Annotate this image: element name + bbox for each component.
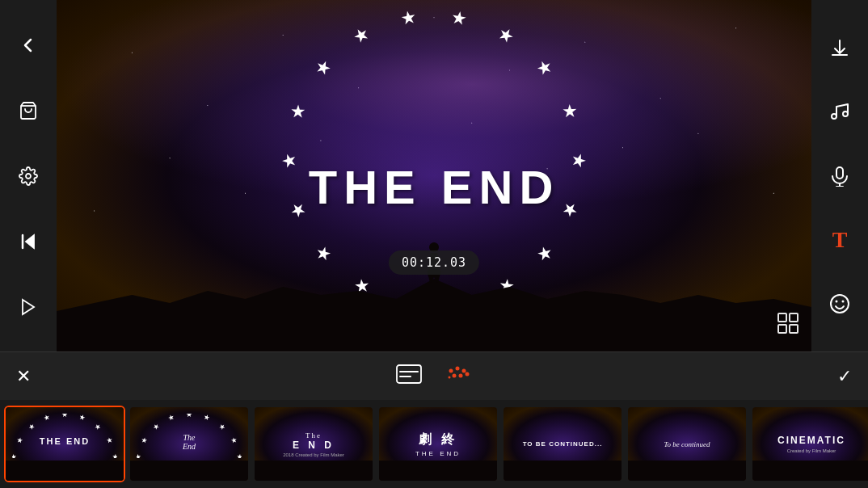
left-toolbar — [0, 0, 57, 351]
svg-text:★: ★ — [533, 241, 558, 266]
play-button[interactable] — [12, 291, 44, 323]
svg-text:★: ★ — [139, 435, 150, 445]
svg-text:★: ★ — [151, 421, 162, 431]
confirm-button[interactable]: ✓ — [837, 366, 852, 387]
svg-point-38 — [456, 366, 460, 370]
svg-rect-24 — [790, 325, 798, 333]
svg-text:★: ★ — [310, 241, 335, 266]
download-button[interactable] — [824, 32, 856, 65]
svg-text:★: ★ — [78, 414, 86, 423]
skip-back-icon[interactable] — [12, 225, 44, 258]
svg-text:★: ★ — [202, 414, 211, 423]
svg-marker-4 — [23, 300, 34, 314]
svg-marker-2 — [26, 235, 34, 248]
svg-text:★: ★ — [569, 153, 588, 169]
back-button[interactable] — [12, 29, 44, 61]
svg-text:★: ★ — [27, 421, 37, 431]
svg-rect-21 — [778, 313, 786, 322]
mic-icon[interactable] — [824, 160, 856, 192]
bag-icon[interactable] — [12, 95, 44, 127]
close-button[interactable]: ✕ — [16, 366, 31, 387]
text-icon[interactable]: T — [824, 224, 856, 256]
svg-text:★: ★ — [310, 54, 335, 79]
bottom-tabs — [396, 364, 472, 389]
svg-text:★: ★ — [235, 453, 242, 458]
svg-rect-22 — [790, 313, 798, 322]
svg-text:End: End — [182, 442, 196, 451]
svg-text:★: ★ — [61, 414, 68, 419]
svg-point-32 — [836, 300, 838, 302]
video-canvas: ★ ★ ★ ★ ★ ★ ★ ★ ★ ★ ★ ★ ★ ★ — [57, 0, 811, 351]
svg-point-31 — [831, 295, 849, 313]
svg-text:★: ★ — [449, 7, 469, 29]
svg-point-27 — [843, 111, 848, 116]
time-indicator: 00:12.03 — [389, 250, 479, 275]
svg-point-43 — [449, 376, 451, 378]
text-icon-label: T — [832, 227, 848, 253]
svg-text:The: The — [183, 433, 196, 442]
the-end-title: THE END — [309, 159, 560, 213]
thumbnail-7[interactable]: CINEMATIC Created by Film Maker — [751, 406, 868, 482]
cinematic-label: CINEMATIC — [777, 435, 845, 446]
svg-text:★: ★ — [217, 421, 228, 431]
svg-point-39 — [462, 368, 466, 372]
svg-text:★: ★ — [558, 199, 583, 221]
svg-text:★: ★ — [229, 435, 239, 445]
svg-text:★: ★ — [558, 99, 583, 121]
tab-effects[interactable] — [446, 364, 472, 389]
svg-text:★: ★ — [495, 22, 519, 48]
svg-text:★: ★ — [167, 414, 176, 423]
thumbnail-5[interactable]: TO BE CONTINUED... — [502, 406, 623, 482]
svg-text:★: ★ — [349, 22, 373, 48]
thumbnail-6[interactable]: To be continued — [626, 406, 748, 482]
svg-point-26 — [832, 114, 836, 119]
svg-text:★: ★ — [533, 54, 558, 79]
svg-point-37 — [449, 368, 453, 372]
svg-text:★: ★ — [93, 421, 103, 431]
thumbnail-3[interactable]: The E N D 2018 Created by Film Maker — [253, 406, 374, 482]
svg-point-1 — [26, 174, 31, 179]
thumbnail-4[interactable]: 劇 終 THE END — [377, 406, 499, 482]
svg-text:★: ★ — [285, 199, 310, 221]
main-area: ★ ★ ★ ★ ★ ★ ★ ★ ★ ★ ★ ★ ★ ★ — [0, 0, 868, 351]
svg-text:★: ★ — [111, 453, 117, 458]
svg-point-40 — [453, 373, 457, 377]
expand-icon[interactable] — [777, 312, 799, 339]
svg-text:★: ★ — [399, 7, 419, 29]
svg-text:★: ★ — [12, 453, 19, 458]
svg-rect-34 — [397, 365, 421, 383]
cinematic-sub: Created by Film Maker — [787, 448, 836, 453]
music-icon[interactable] — [824, 96, 856, 128]
thumbnail-2[interactable]: ★ ★ ★ ★ ★ ★ ★ ★ ★ The End — [129, 406, 250, 482]
svg-text:★: ★ — [280, 153, 299, 169]
svg-text:★: ★ — [43, 414, 52, 423]
thumbnail-1[interactable]: ★ ★ ★ ★ ★ ★ ★ ★ ★ THE END — [4, 406, 125, 482]
svg-point-33 — [842, 300, 845, 302]
svg-rect-23 — [778, 325, 786, 333]
svg-text:THE END: THE END — [40, 436, 90, 446]
svg-point-42 — [466, 372, 470, 376]
emoji-icon[interactable] — [824, 288, 856, 320]
svg-text:★: ★ — [137, 453, 143, 458]
bottom-bar: ✕ ✓ — [0, 351, 868, 400]
settings-icon[interactable] — [12, 160, 44, 192]
svg-text:★: ★ — [285, 99, 310, 121]
thumbnails-strip: ★ ★ ★ ★ ★ ★ ★ ★ ★ THE END — [0, 400, 868, 488]
video-background: ★ ★ ★ ★ ★ ★ ★ ★ ★ ★ ★ ★ ★ ★ — [57, 0, 811, 351]
svg-text:★: ★ — [186, 414, 192, 419]
svg-rect-28 — [836, 167, 843, 179]
svg-text:★: ★ — [15, 435, 25, 445]
svg-point-41 — [459, 373, 463, 377]
tab-subtitles[interactable] — [396, 364, 422, 389]
right-toolbar: T — [811, 0, 868, 351]
svg-text:★: ★ — [104, 435, 115, 445]
